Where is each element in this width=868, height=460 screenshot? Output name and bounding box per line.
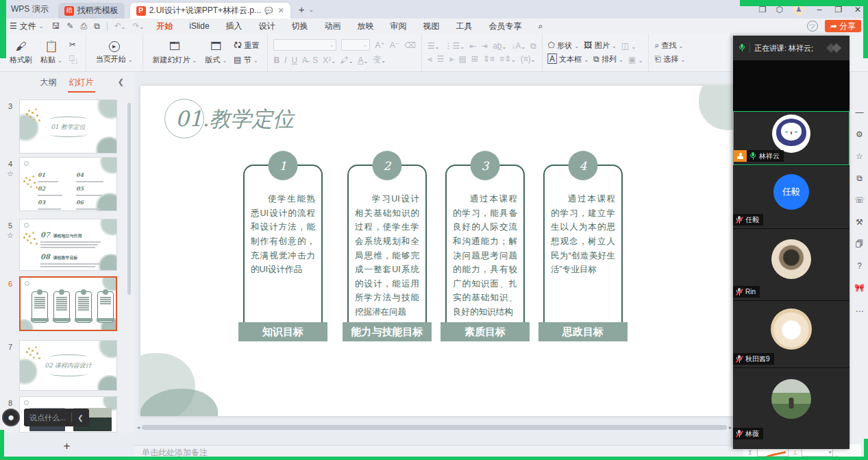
participant-tile-1[interactable]: 林祥云 [733, 111, 850, 165]
align-center-icon[interactable]: ☰ [437, 54, 445, 64]
smartart-icon[interactable]: ◫ ⌄ [621, 41, 636, 51]
tab-view[interactable]: 视图 [423, 21, 440, 32]
find-button[interactable]: ⌕ 查找 ⌄ [654, 40, 683, 51]
para-spacing-icon[interactable]: ≡⇕⌄ [499, 54, 516, 64]
slide-thumbnail-6-current[interactable] [19, 276, 117, 331]
justify-icon[interactable]: ▤ [458, 54, 466, 64]
copy-icon[interactable]: ⿻ [69, 53, 77, 65]
participant-tile-5[interactable]: 林薇 [733, 367, 850, 449]
tools-icon[interactable]: ⚒ [850, 217, 868, 227]
tab-tools[interactable]: 工具 [456, 21, 473, 32]
scroll-right-icon[interactable]: ▸ [729, 424, 732, 431]
favorites-icon[interactable]: ☆ [850, 152, 868, 161]
tab-slides[interactable]: 幻灯片 [69, 77, 94, 88]
slide-thumbnail-5[interactable]: 07 课程地位与作用 08 课程教学目标 [19, 219, 117, 271]
tab-slideshow[interactable]: 放映 [358, 21, 374, 32]
decrease-font-icon[interactable]: A⁻ [390, 40, 399, 50]
assistant-icon[interactable]: ツ [807, 21, 818, 32]
font-color-icon[interactable]: A⌄ [358, 56, 369, 65]
text-direction-icon[interactable]: ab̲⌄ [493, 41, 506, 51]
participant-tile-2[interactable]: 任毅 任毅 [733, 165, 850, 228]
slide-thumbnail-3[interactable]: 01 教学定位 [19, 99, 117, 154]
highlight-icon[interactable]: 🖍⌄ [340, 56, 354, 65]
clear-format-icon[interactable]: ⌫ [404, 40, 416, 50]
strikethrough-icon[interactable]: A̶ [302, 56, 308, 65]
phone-assist-icon[interactable]: ☏ [850, 195, 868, 205]
properties-icon[interactable]: ⚙ [850, 130, 868, 139]
align-options-icon[interactable]: (≡)⌄ [521, 54, 536, 64]
add-slide-button[interactable]: + [0, 439, 134, 453]
file-menu[interactable]: ☰ 文件 ⌄ [10, 21, 43, 32]
new-tab-button[interactable]: + [299, 3, 305, 15]
goal-card-4[interactable]: 4 通过本课程的学习，建立学生以人为本的思想观念，树立人民为“创造美好生活”专业… [543, 165, 623, 337]
convert-smartart-icon[interactable]: ⧉ [530, 41, 536, 51]
tab-transition[interactable]: 切换 [292, 21, 308, 32]
slide-title-block[interactable]: 01.教学定位 [164, 105, 294, 134]
help-icon[interactable]: ? [850, 261, 868, 271]
layout-button[interactable]: 🗖 版式 ⌄ [201, 40, 231, 65]
more-icon[interactable]: ⋯ [850, 306, 868, 316]
redo-icon[interactable]: ↷⌄ [132, 21, 144, 31]
shapes-button[interactable]: ⬠ 形状 ⌄ [548, 40, 580, 51]
gift-icon[interactable]: 🎀 [850, 283, 868, 293]
slide-thumbnail-4[interactable]: 01 04 02 05 03 06 [19, 157, 117, 211]
quick-style-icon[interactable]: ▣ ⌄ [628, 55, 643, 64]
print-icon[interactable]: ⎙ [81, 21, 88, 31]
collapse-comment-icon[interactable]: ❮ [77, 414, 83, 422]
notebook-icon[interactable]: 🗍 [850, 239, 868, 249]
tab-islide[interactable]: iSlide [189, 21, 209, 31]
comment-input[interactable]: 说点什么... [29, 413, 66, 423]
distribute-icon[interactable]: ⊞ [471, 54, 478, 64]
underline-icon[interactable]: U [291, 56, 297, 65]
bullet-list-icon[interactable]: ☰⌄ [427, 41, 439, 51]
search-icon[interactable]: ⌕ [538, 21, 543, 31]
goal-card-2[interactable]: 2 学习UI设计相关基础知识的过程，使学生学会系统规划和全局思维，能够完成一整套… [347, 165, 427, 337]
tab-home[interactable]: 开始 [156, 21, 173, 32]
align-right-icon[interactable]: ⫸ [449, 54, 454, 64]
play-from-current-button[interactable]: ▶ 当页开始 ⌄ [92, 41, 137, 64]
increase-indent-icon[interactable]: ⇥ [481, 41, 488, 51]
save-icon[interactable]: 🖫 [51, 21, 60, 31]
decrease-indent-icon[interactable]: ⇤ [469, 41, 476, 51]
cut-icon[interactable]: ✂ [69, 40, 77, 49]
participant-tile-3[interactable]: Rin [733, 228, 850, 300]
tab-member[interactable]: 会员专享 [489, 21, 522, 32]
new-slide-button[interactable]: 🗔 新建幻灯片 ⌄ [149, 40, 201, 65]
align-left-icon[interactable]: ⫷ [427, 54, 432, 64]
thumbnail-scrollbar[interactable] [127, 103, 131, 295]
scroll-left-icon[interactable]: ◂ [137, 424, 140, 431]
numbered-list-icon[interactable]: ⋮☰⌄ [445, 41, 464, 51]
line-spacing-icon[interactable]: ⇕≡ [483, 54, 495, 64]
tab-animation[interactable]: 动画 [325, 21, 341, 32]
paste-button[interactable]: 📋 粘贴 ⌄ [36, 40, 66, 65]
slide-thumbnail-7[interactable]: 02 课程内容设计 [19, 340, 117, 391]
tab-review[interactable]: 审阅 [390, 21, 407, 32]
goal-card-1[interactable]: 1 使学生能熟悉UI设计的流程和设计方法，能制作有创意的，充满视觉冲击力的UI设… [243, 165, 323, 337]
emoji-icon[interactable]: ☻ [2, 409, 20, 426]
tab-design[interactable]: 设计 [259, 21, 275, 32]
italic-icon[interactable]: I [284, 56, 286, 65]
close-tab-icon[interactable]: ✕ [278, 6, 284, 15]
copy-panel-icon[interactable]: ⧉ [850, 173, 868, 183]
picture-button[interactable]: 🖼 图片 ⌄ [584, 40, 616, 51]
section-button[interactable]: ▤ 节 ⌄ [234, 55, 259, 65]
share-button[interactable]: ➦ 分享 [825, 20, 861, 32]
superscript-icon[interactable]: X²⌄ [323, 56, 336, 65]
reset-button[interactable]: 🗘 重置 [234, 40, 259, 51]
participant-tile-4[interactable]: 秋田酱9 [733, 300, 850, 367]
textbox-button[interactable]: 🄰 文本框 ⌄ [548, 54, 589, 64]
shadow-icon[interactable]: S [312, 56, 318, 65]
horizontal-scrollbar[interactable]: ◂ ▸ [137, 424, 732, 430]
char-effect-icon[interactable]: 变⌄ [373, 54, 386, 66]
format-painter-button[interactable]: 🖌 格式刷 [5, 40, 36, 65]
tab-outline[interactable]: 大纲 [40, 77, 57, 88]
font-family-select[interactable]: ⌄ [273, 39, 336, 51]
collapse-panel-icon[interactable]: ❮ [118, 77, 124, 86]
preview-icon[interactable]: ⧉ [94, 21, 100, 31]
tab-document[interactable]: P 2.UI设计+说课PPT+林祥云.p... 💬 ✕ [130, 3, 290, 19]
export-icon[interactable]: ✎ [66, 21, 73, 31]
goal-card-3[interactable]: 3 通过本课程的学习，能具备良好的人际交流和沟通能力；解决问题思考问题的能力，具… [445, 165, 525, 337]
collapse-strip-icon[interactable]: — [850, 108, 868, 117]
sort-text-icon[interactable]: ↓A⌄ [511, 41, 525, 51]
comment-bubble-icon[interactable]: 💬 [264, 7, 273, 14]
